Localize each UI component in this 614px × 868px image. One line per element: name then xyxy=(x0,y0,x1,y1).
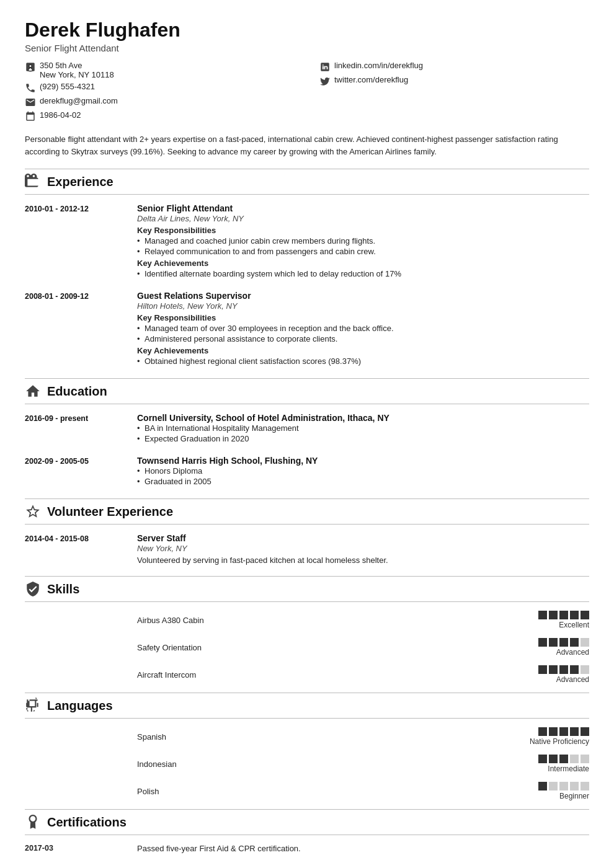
certifications-title: Certifications xyxy=(47,815,127,830)
language-row: Indonesian Intermediate xyxy=(25,755,589,773)
skill-dot xyxy=(559,611,568,619)
skill-row: Airbus A380 Cabin Excellent xyxy=(25,611,589,629)
volunteer-title: Volunteer Experience xyxy=(47,505,173,519)
skill-dot xyxy=(581,638,589,647)
lang-dot xyxy=(538,727,547,736)
skill-name: Safety Orientation xyxy=(137,643,528,652)
skill-row: Aircraft Intercom Advanced xyxy=(25,665,589,684)
experience-header: Experience xyxy=(25,169,589,195)
entry-content: Server Staff New York, NY Volunteered by… xyxy=(137,533,589,565)
lang-dot xyxy=(559,782,568,790)
contact-section: 350 5th Ave New York, NY 10118 (929) 555… xyxy=(25,61,589,125)
education-header: Education xyxy=(25,378,589,404)
skill-row: Safety Orientation Advanced xyxy=(25,638,589,657)
achievements-label: Key Achievements xyxy=(137,259,589,268)
email: derekflug@gmail.com xyxy=(40,96,118,105)
language-row: Spanish Native Proficiency xyxy=(25,727,589,746)
lang-dots xyxy=(538,727,589,736)
list-item: Relayed communication to and from passen… xyxy=(137,247,589,256)
email-item: derekflug@gmail.com xyxy=(25,96,295,108)
lang-dot xyxy=(581,782,589,790)
linkedin-icon xyxy=(319,61,331,73)
education-entry: 2002-09 - 2005-05 Townsend Harris High S… xyxy=(25,456,589,487)
skills-title: Skills xyxy=(47,582,79,596)
languages-icon xyxy=(25,698,41,714)
phone: (929) 555-4321 xyxy=(40,82,95,91)
skill-bar: Advanced xyxy=(538,665,589,684)
certifications-icon xyxy=(25,814,41,830)
list-item: BA in International Hospitality Manageme… xyxy=(137,423,589,433)
cert-date: 2017-03 xyxy=(25,844,127,853)
volunteer-section: Volunteer Experience 2014-04 - 2015-08 S… xyxy=(25,498,589,565)
achievements-label: Key Achievements xyxy=(137,346,589,355)
experience-section: Experience 2010-01 - 2012-12 Senior Flig… xyxy=(25,169,589,367)
skill-level-label: Advanced xyxy=(556,675,589,684)
linkedin-item: linkedin.com/in/derekflug xyxy=(319,61,589,73)
lang-dots xyxy=(538,755,589,763)
volunteer-list: 2014-04 - 2015-08 Server Staff New York,… xyxy=(25,533,589,565)
skill-level-label: Advanced xyxy=(556,648,589,657)
skills-list: Airbus A380 Cabin Excellent Safety Orien… xyxy=(25,611,589,684)
lang-dot xyxy=(538,782,547,790)
address-line2: New York, NY 10118 xyxy=(40,70,114,79)
languages-section: Languages Spanish Native Proficiency Ind… xyxy=(25,693,589,800)
twitter-icon xyxy=(319,76,331,87)
phone-icon xyxy=(25,82,36,94)
certifications-list: 2017-03 Passed five-year First Aid & CPR… xyxy=(25,844,589,853)
education-section: Education 2016-09 - present Cornell Univ… xyxy=(25,378,589,487)
skill-dot xyxy=(538,665,547,674)
address-line1: 350 5th Ave xyxy=(40,61,114,70)
education-list: 2016-09 - present Cornell University, Sc… xyxy=(25,413,589,487)
list-item: Honors Diploma xyxy=(137,466,589,476)
lang-dot xyxy=(559,727,568,736)
entry-title: Cornell University, School of Hotel Admi… xyxy=(137,413,589,423)
lang-dot xyxy=(570,755,579,763)
entry-title: Guest Relations Supervisor xyxy=(137,291,589,301)
skill-dot xyxy=(549,611,558,619)
list-item: Identified alternate boarding system whi… xyxy=(137,269,589,278)
volunteer-header: Volunteer Experience xyxy=(25,498,589,525)
lang-name: Indonesian xyxy=(137,760,528,769)
language-row: Polish Beginner xyxy=(25,782,589,800)
experience-icon xyxy=(25,174,41,190)
skill-bar: Excellent xyxy=(538,611,589,629)
full-name: Derek Flughafen xyxy=(25,19,589,42)
lang-level-label: Intermediate xyxy=(548,764,589,773)
entry-date: 2010-01 - 2012-12 xyxy=(25,203,127,280)
skill-dot xyxy=(549,638,558,647)
address-item: 350 5th Ave New York, NY 10118 xyxy=(25,61,295,79)
skill-dot xyxy=(538,638,547,647)
skill-dots xyxy=(538,611,589,619)
job-title: Senior Flight Attendant xyxy=(25,43,589,53)
lang-bar: Intermediate xyxy=(538,755,589,773)
list-item: Expected Graduation in 2020 xyxy=(137,434,589,443)
volunteer-icon xyxy=(25,503,41,520)
lang-dot xyxy=(570,782,579,790)
location-icon xyxy=(25,61,36,73)
dob: 1986-04-02 xyxy=(40,110,81,120)
skill-dot xyxy=(559,665,568,674)
skills-icon xyxy=(25,581,41,597)
lang-dot xyxy=(549,782,558,790)
education-icon xyxy=(25,383,41,399)
lang-dot xyxy=(581,755,589,763)
lang-name: Polish xyxy=(137,787,528,796)
linkedin: linkedin.com/in/derekflug xyxy=(334,61,423,70)
entry-date: 2016-09 - present xyxy=(25,413,127,445)
skill-dot xyxy=(559,638,568,647)
certification-row: 2017-03 Passed five-year First Aid & CPR… xyxy=(25,844,589,853)
experience-title: Experience xyxy=(47,175,113,189)
experience-entry: 2008-01 - 2009-12 Guest Relations Superv… xyxy=(25,291,589,367)
entry-title: Senior Flight Attendant xyxy=(137,203,589,213)
skill-dots xyxy=(538,665,589,674)
lang-dot xyxy=(538,755,547,763)
languages-title: Languages xyxy=(47,699,113,713)
skill-dot xyxy=(570,665,579,674)
entry-content: Cornell University, School of Hotel Admi… xyxy=(137,413,589,445)
list-item: Administered personal assistance to corp… xyxy=(137,334,589,343)
list-item: Managed team of over 30 employees in rec… xyxy=(137,324,589,333)
list-item: Managed and coached junior cabin crew me… xyxy=(137,236,589,246)
experience-list: 2010-01 - 2012-12 Senior Flight Attendan… xyxy=(25,203,589,367)
lang-dot xyxy=(549,755,558,763)
twitter-item: twitter.com/derekflug xyxy=(319,75,589,87)
